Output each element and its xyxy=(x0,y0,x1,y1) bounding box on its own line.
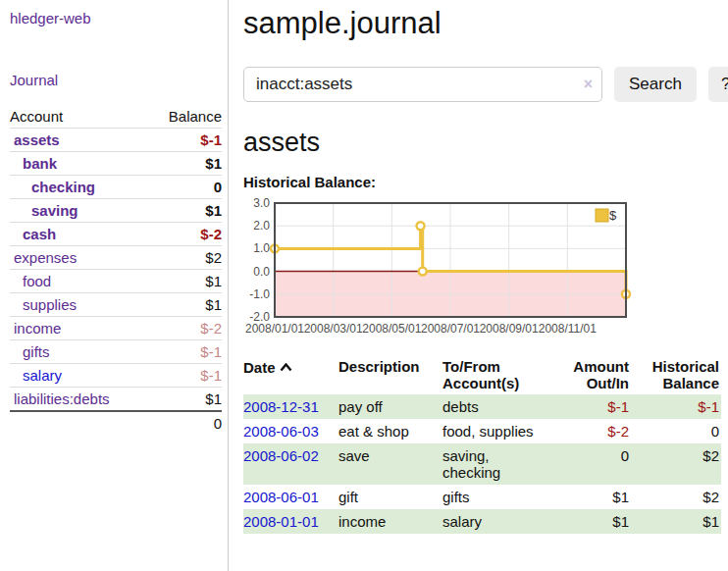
account-row: salary$-1 xyxy=(10,364,222,388)
account-balance: $1 xyxy=(148,199,222,223)
account-link-saving[interactable]: saving xyxy=(31,202,78,219)
account-row: liabilities:debts$1 xyxy=(10,388,222,412)
account-row: checking0 xyxy=(10,176,222,199)
transaction-amount: $-1 xyxy=(552,394,629,419)
sidebar: hledger-web Journal Account Balance asse… xyxy=(0,0,229,571)
transaction-description: save xyxy=(338,443,442,485)
account-balance: $-1 xyxy=(148,340,222,364)
transaction-balance: $2 xyxy=(629,443,721,485)
account-heading: assets xyxy=(243,128,728,158)
account-balance: $-2 xyxy=(148,317,222,340)
svg-text:2008/09/01: 2008/09/01 xyxy=(480,322,539,336)
transaction-row: 2008-06-02 save saving, checking 0 $2 xyxy=(243,443,721,485)
account-balance: $1 xyxy=(148,152,222,176)
transaction-accounts: salary xyxy=(442,509,552,534)
svg-text:2008/11/01: 2008/11/01 xyxy=(539,322,597,336)
account-link-checking[interactable]: checking xyxy=(31,179,95,195)
transaction-balance: $-1 xyxy=(629,394,721,419)
svg-text:2.0: 2.0 xyxy=(253,219,270,233)
account-row: saving$1 xyxy=(10,199,222,223)
svg-text:1.0: 1.0 xyxy=(253,241,270,255)
account-balance: $1 xyxy=(148,388,222,412)
chart-heading: Historical Balance: xyxy=(243,174,728,190)
accounts-total-balance: 0 xyxy=(148,411,222,435)
page: hledger-web Journal Account Balance asse… xyxy=(0,0,728,571)
transaction-date-link[interactable]: 2008-12-31 xyxy=(243,398,319,415)
accounts-header-row: Account Balance xyxy=(10,105,222,129)
main-content: sample.journal × Search ? assets Histori… xyxy=(229,0,728,571)
account-link-assets[interactable]: assets xyxy=(14,131,60,148)
account-row: income$-2 xyxy=(10,317,222,340)
transaction-date-link[interactable]: 2008-06-02 xyxy=(243,447,319,464)
transaction-description: income xyxy=(338,509,442,534)
account-link-liabilities-debts[interactable]: liabilities:debts xyxy=(14,390,110,407)
account-link-food[interactable]: food xyxy=(23,273,51,289)
sidebar-item-journal[interactable]: Journal xyxy=(10,72,222,88)
account-row: assets$-1 xyxy=(10,129,222,152)
balance-chart: $3.02.01.00.0-1.0-2.02008/01/012008/03/0… xyxy=(243,200,728,343)
account-row: food$1 xyxy=(10,270,222,293)
transaction-description: pay off xyxy=(338,394,442,419)
account-balance: 0 xyxy=(148,176,222,199)
column-header-balance: Historical Balance xyxy=(629,355,721,394)
clear-search-icon[interactable]: × xyxy=(584,76,593,93)
account-link-salary[interactable]: salary xyxy=(23,367,62,384)
accounts-table: Account Balance assets$-1 bank$1 checkin… xyxy=(10,105,222,435)
transaction-accounts: debts xyxy=(442,394,552,419)
accounts-total-row: 0 xyxy=(10,411,222,435)
account-balance: $1 xyxy=(148,270,222,293)
transaction-accounts: saving, checking xyxy=(442,443,552,485)
account-row: cash$-2 xyxy=(10,223,222,246)
transaction-description: gift xyxy=(338,485,442,509)
svg-text:2008/03/01: 2008/03/01 xyxy=(304,322,363,336)
account-balance: $-1 xyxy=(148,129,222,152)
help-button[interactable]: ? xyxy=(708,67,728,102)
svg-text:3.0: 3.0 xyxy=(253,196,270,210)
transaction-accounts: food, supplies xyxy=(442,419,552,443)
accounts-header-balance: Balance xyxy=(148,105,222,129)
search-input[interactable] xyxy=(243,67,602,102)
app-title-link[interactable]: hledger-web xyxy=(10,10,222,26)
account-balance: $2 xyxy=(148,246,222,270)
transaction-row: 2008-06-01 gift gifts $1 $2 xyxy=(243,485,721,509)
account-row: expenses$2 xyxy=(10,246,222,270)
transaction-date-link[interactable]: 2008-06-03 xyxy=(243,423,319,440)
svg-text:2008/07/01: 2008/07/01 xyxy=(421,322,480,336)
account-row: supplies$1 xyxy=(10,293,222,317)
transaction-amount: $-2 xyxy=(552,419,629,443)
account-link-bank[interactable]: bank xyxy=(23,155,57,172)
transaction-accounts: gifts xyxy=(442,485,552,509)
transaction-row: 2008-12-31 pay off debts $-1 $-1 xyxy=(243,394,721,419)
account-link-gifts[interactable]: gifts xyxy=(23,343,50,360)
transaction-row: 2008-01-01 income salary $1 $1 xyxy=(243,509,721,534)
svg-text:$: $ xyxy=(609,208,617,223)
transaction-amount: $1 xyxy=(552,485,629,509)
transactions-header-row: Date Description To/From Account(s) Amou… xyxy=(243,355,721,394)
svg-text:2008/05/01: 2008/05/01 xyxy=(362,322,421,336)
sort-ascending-icon xyxy=(280,358,292,375)
column-header-amount: Amount Out/In xyxy=(552,355,629,394)
account-link-expenses[interactable]: expenses xyxy=(14,249,77,266)
svg-text:-1.0: -1.0 xyxy=(249,287,270,301)
transaction-row: 2008-06-03 eat & shop food, supplies $-2… xyxy=(243,419,721,443)
account-link-income[interactable]: income xyxy=(14,320,61,337)
column-header-tofrom: To/From Account(s) xyxy=(442,355,552,394)
transaction-date-link[interactable]: 2008-06-01 xyxy=(243,489,319,505)
page-title: sample.journal xyxy=(243,6,728,41)
account-row: bank$1 xyxy=(10,152,222,176)
transaction-amount: $1 xyxy=(552,509,629,534)
search-button[interactable]: Search xyxy=(614,67,697,102)
transaction-balance: $2 xyxy=(629,485,721,509)
svg-text:0.0: 0.0 xyxy=(253,265,270,279)
svg-text:2008/01/01: 2008/01/01 xyxy=(245,322,304,336)
account-link-supplies[interactable]: supplies xyxy=(23,296,77,313)
transaction-balance: 0 xyxy=(629,419,721,443)
transaction-date-link[interactable]: 2008-01-01 xyxy=(243,513,319,530)
search-form: × Search ? xyxy=(243,67,728,102)
transaction-balance: $1 xyxy=(629,509,721,534)
account-link-cash[interactable]: cash xyxy=(23,226,56,242)
account-row: gifts$-1 xyxy=(10,340,222,364)
column-header-date[interactable]: Date xyxy=(243,355,338,394)
accounts-header-account: Account xyxy=(10,105,148,129)
transaction-amount: 0 xyxy=(552,443,629,485)
